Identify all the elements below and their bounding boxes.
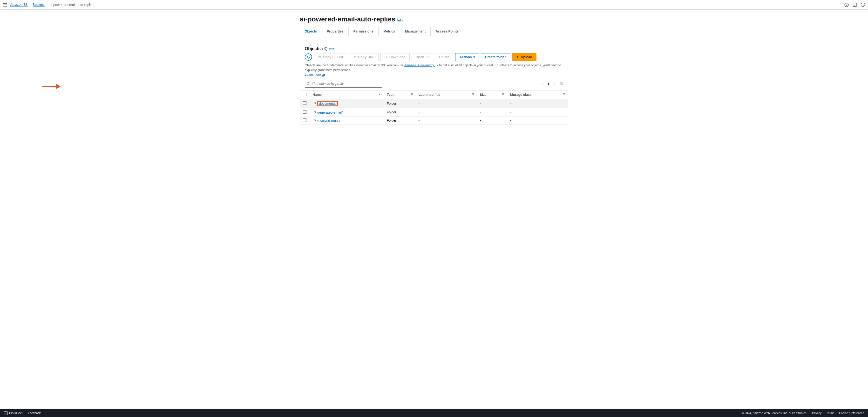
page-next[interactable]: › (553, 81, 556, 87)
page-current: 1 (548, 82, 550, 86)
upload-button[interactable]: Upload (512, 53, 536, 61)
col-storage-class[interactable]: Storage class▽ (507, 91, 568, 99)
breadcrumb-current: ai-powered-email-auto-replies (50, 3, 94, 7)
download-button[interactable]: Download (380, 53, 410, 61)
learn-more-link[interactable]: Learn more (305, 73, 325, 76)
col-type[interactable]: Type▽ (384, 91, 416, 99)
svg-rect-6 (354, 56, 356, 58)
select-all-checkbox[interactable] (303, 93, 306, 96)
col-size[interactable]: Size▽ (477, 91, 507, 99)
folder-icon (312, 110, 316, 114)
objects-panel: Objects (3) Info Copy S3 URI Copy URL Do… (300, 42, 568, 125)
delete-button[interactable]: Delete (435, 53, 453, 61)
panel-description: Objects are the fundamental entities sto… (305, 63, 563, 77)
folder-icon (312, 101, 316, 105)
tab-access-points[interactable]: Access Points (431, 27, 463, 36)
objects-table: Name▲ Type▽ Last modified▽ Size▽ Storage… (300, 91, 568, 125)
cell-type: Folder (384, 116, 416, 125)
table-row[interactable]: received-email/ Folder - - - (300, 116, 568, 125)
cell-last-modified: - (416, 108, 477, 116)
menu-icon[interactable] (3, 3, 7, 6)
create-folder-button[interactable]: Create folder (481, 53, 510, 61)
breadcrumb-buckets[interactable]: Buckets (33, 3, 44, 7)
search-input[interactable] (305, 80, 382, 88)
sort-asc-icon: ▲ (378, 93, 381, 96)
svg-rect-5 (319, 56, 321, 58)
object-link[interactable]: received-email/ (317, 119, 340, 123)
chevron-right-icon: › (29, 3, 31, 7)
tab-management[interactable]: Management (400, 27, 431, 36)
object-link[interactable]: documents/ (319, 102, 336, 105)
cell-size: - (477, 116, 507, 125)
info-icon[interactable] (844, 3, 849, 7)
sort-icon: ▽ (502, 93, 504, 96)
external-link-icon (322, 73, 325, 76)
top-bar: Amazon S3 › Buckets › ai-powered-email-a… (0, 0, 868, 10)
sort-icon: ▽ (563, 93, 565, 96)
cell-type: Folder (384, 99, 416, 108)
tab-permissions[interactable]: Permissions (349, 27, 378, 36)
svg-rect-3 (853, 3, 857, 6)
external-link-icon (435, 64, 438, 67)
svg-line-8 (309, 84, 310, 85)
cell-last-modified: - (416, 99, 477, 108)
chevron-down-icon: ▾ (473, 55, 475, 59)
row-checkbox[interactable] (303, 101, 306, 105)
breadcrumb: Amazon S3 › Buckets › ai-powered-email-a… (10, 3, 94, 7)
copy-s3-uri-button[interactable]: Copy S3 URI (314, 53, 347, 61)
breadcrumb-s3[interactable]: Amazon S3 (10, 3, 28, 7)
cell-size: - (477, 99, 507, 108)
pagination: ‹ 1 › (541, 81, 563, 87)
annotation-arrow (42, 83, 61, 89)
row-checkbox[interactable] (303, 110, 306, 114)
table-row[interactable]: generated-email/ Folder - - - (300, 108, 568, 116)
col-last-modified[interactable]: Last modified▽ (416, 91, 477, 99)
cell-type: Folder (384, 108, 416, 116)
col-name[interactable]: Name▲ (310, 91, 384, 99)
cell-storage-class: - (507, 116, 568, 125)
panel-info-link[interactable]: Info (329, 47, 334, 51)
search-icon (307, 82, 310, 85)
gear-icon[interactable] (559, 81, 563, 86)
panel-count: (3) (322, 46, 328, 51)
cell-last-modified: - (416, 116, 477, 125)
folder-icon (312, 118, 316, 122)
open-button[interactable]: Open (411, 53, 433, 61)
sort-icon: ▽ (472, 93, 474, 96)
row-checkbox[interactable] (303, 118, 306, 122)
svg-point-9 (561, 83, 562, 84)
chevron-right-icon: › (46, 3, 48, 7)
table-row[interactable]: documents/ Folder - - - (300, 99, 568, 108)
cell-storage-class: - (507, 108, 568, 116)
cell-storage-class: - (507, 99, 568, 108)
refresh-button[interactable] (305, 54, 312, 61)
inventory-link[interactable]: Amazon S3 inventory (404, 63, 438, 67)
info-link[interactable]: Info (397, 19, 403, 22)
cell-size: - (477, 108, 507, 116)
tab-properties[interactable]: Properties (322, 27, 348, 36)
panel-title: Objects (305, 46, 321, 51)
page-prev[interactable]: ‹ (541, 81, 544, 87)
clock-icon[interactable] (861, 3, 865, 7)
tab-metrics[interactable]: Metrics (378, 27, 400, 36)
object-link[interactable]: generated-email/ (317, 110, 343, 114)
copy-url-button[interactable]: Copy URL (349, 53, 378, 61)
actions-button[interactable]: Actions▾ (455, 53, 479, 61)
svg-point-7 (307, 82, 309, 84)
tabs: Objects Properties Permissions Metrics M… (300, 27, 568, 36)
expand-icon[interactable] (852, 3, 857, 7)
sort-icon: ▽ (411, 93, 413, 96)
tab-objects[interactable]: Objects (300, 27, 322, 36)
page-title: ai-powered-email-auto-replies (300, 15, 396, 23)
